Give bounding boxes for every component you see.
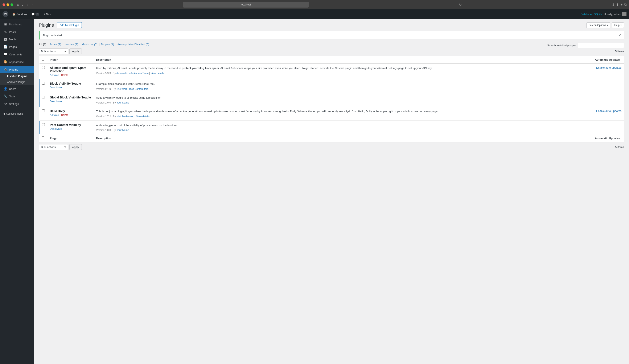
plugin-author-global-block-visibility-toggle[interactable]: Your Name [117,101,129,104]
sidebar-item-pages[interactable]: 📄 Pages [0,43,34,51]
refresh-button[interactable]: ↻ [458,2,463,7]
search-plugins-input[interactable] [578,43,624,48]
admin-bar-comments[interactable]: 💬 0 [29,13,41,16]
browser-chrome: ⊞ ⌄ ‹ › localhost ↻ ⬇ ⬆ + ⧉ [0,0,629,9]
appearance-icon: 🎨 [3,60,7,64]
back-button[interactable]: ‹ [26,2,29,7]
wp-logo[interactable]: W [2,11,8,17]
plugin-author-akismet[interactable]: Automattic - Anti-spam Team [117,72,149,75]
url-text: localhost [241,3,251,6]
filter-all[interactable]: All (5) [39,43,46,46]
filter-active[interactable]: Active (3) [50,43,61,46]
notice-close-button[interactable]: ✕ [618,33,621,37]
sidebar-item-users[interactable]: 👤 Users [0,85,34,92]
plugin-checkbox-hello-dolly[interactable] [42,109,45,112]
plugin-checkbox-post-content-visibility[interactable] [42,123,45,126]
plugin-author-hello-dolly[interactable]: Matt Mullenweg [117,115,134,118]
plugin-action-delete-hello-dolly[interactable]: Delete [61,114,69,116]
help-button[interactable]: Help ▾ [612,22,624,28]
filter-inactive[interactable]: Inactive (2) [65,43,78,46]
plugin-desc-akismet: Used by millions, Akismet is quite possi… [96,66,579,70]
plugin-checkbox-block-visibility-toggle[interactable] [42,82,45,85]
plugin-autoupdate-cell: Enable auto-updates [582,64,624,79]
plugin-checkbox-global-block-visibility-toggle[interactable] [42,96,45,98]
plugin-activated-notice: Plugin activated. ✕ [39,31,624,39]
main-content: Plugins Add New Plugin Screen Options ▾ … [34,19,629,364]
admin-bar-new[interactable]: + New [41,13,53,16]
chevron-down-icon-help: ▾ [620,24,622,27]
sidebar-item-comments[interactable]: 💬 Comments [0,51,34,58]
sidebar-item-tools[interactable]: 🔧 Tools [0,92,34,100]
plugin-action-activate-akismet[interactable]: Activate [50,74,59,77]
sidebar-sub-installed-plugins[interactable]: Installed Plugins [0,73,34,79]
table-header-row: Plugin Description Automatic Updates [39,56,624,64]
admin-bar-site-name[interactable]: 🏠 Sandbox [10,13,29,16]
minimize-button[interactable] [6,3,9,6]
screen-options-button[interactable]: Screen Options ▾ [586,22,611,28]
sidebar-item-dashboard[interactable]: ⊞ Dashboard [0,21,34,28]
select-all-checkbox[interactable] [42,58,44,61]
forward-button[interactable]: › [31,2,33,7]
sidebar-sub-add-new-plugin[interactable]: Add New Plugin [0,79,34,85]
plugin-title-akismet: Akismet Anti-spam: Spam Protection [50,66,91,73]
sidebar: ⊞ Dashboard ✎ Posts 🖼 Media 📄 Pages 💬 Co… [0,19,34,364]
plugin-actions-akismet: Activate|Delete [50,74,91,77]
col-updates-header: Automatic Updates [582,56,624,64]
collapse-menu-button[interactable]: ◀ Collapse menu [0,110,34,117]
plugin-view-details-hello-dolly[interactable]: View details [136,115,150,118]
sidebar-item-posts[interactable]: ✎ Posts [0,28,34,36]
add-new-plugin-button[interactable]: Add New Plugin [57,22,82,28]
plugin-name-cell: Global Block Visibility Toggle Deactivat… [47,93,94,107]
plugin-meta-block-visibility-toggle: Version 0.1.0 | By The WordPress Contrib… [96,88,149,91]
col-description-header: Description [94,56,582,64]
plugin-action-deactivate-global-block-visibility-toggle[interactable]: Deactivate [50,100,62,103]
bulk-actions-select-top[interactable]: Bulk actions [39,48,68,54]
wp-admin-bar: W 🏠 Sandbox 💬 0 + New Database: SQLite H… [0,9,629,19]
bottom-toolbar: Bulk actions Apply 5 items [39,144,624,150]
tabs-icon: ⧉ [624,3,627,7]
table-row: Global Block Visibility Toggle Deactivat… [39,93,624,107]
filter-bar: All (5) | Active (3) | Inactive (2) | Mu… [39,43,624,46]
filter-drop-in[interactable]: Drop-in (1) [101,43,114,46]
fullscreen-button[interactable] [10,3,13,6]
footer-checkbox-col [39,134,47,142]
address-bar[interactable]: localhost [183,2,309,7]
plugin-action-activate-hello-dolly[interactable]: Activate [50,114,59,116]
traffic-lights [2,3,13,6]
bulk-actions-select-bottom[interactable]: Bulk actions [39,144,68,150]
plugin-author-block-visibility-toggle[interactable]: The WordPress Contributors [117,88,149,91]
filter-auto-updates-disabled[interactable]: Auto-updates Disabled (5) [117,43,149,46]
apply-button-bottom[interactable]: Apply [69,144,82,150]
plugin-action-deactivate-block-visibility-toggle[interactable]: Deactivate [50,86,62,89]
plugin-checkbox-akismet[interactable] [42,66,45,69]
sidebar-item-settings[interactable]: ⚙ Settings [0,100,34,108]
plugins-icon: 🔌 [3,68,7,71]
col-checkbox-header [39,56,47,64]
plugin-title-hello-dolly: Hello Dolly [50,109,91,113]
sidebar-item-appearance[interactable]: 🎨 Appearance [0,58,34,66]
plugin-view-details-akismet[interactable]: View details [151,72,164,75]
search-label: Search installed plugins [547,44,576,47]
enable-auto-update-hello-dolly[interactable]: Enable auto-updates [596,109,622,112]
settings-icon: ⚙ [3,102,7,106]
sidebar-item-plugins[interactable]: 🔌 Plugins [0,66,34,73]
toolbar-left: Bulk actions Apply [39,48,82,54]
plugin-autoupdate-cell [582,93,624,107]
table-row: Post Content Visibility DeactivateAdds a… [39,120,624,134]
plugin-action-delete-akismet[interactable]: Delete [61,74,69,77]
sidebar-item-media[interactable]: 🖼 Media [0,36,34,43]
header-right: Screen Options ▾ Help ▾ [586,22,624,28]
select-all-checkbox-bottom[interactable] [42,136,44,139]
plugin-author-post-content-visibility[interactable]: Your Name [117,129,129,132]
page-header: Plugins Add New Plugin Screen Options ▾ … [39,22,624,28]
footer-updates-col: Automatic Updates [582,134,624,142]
plugin-name-cell: Post Content Visibility Deactivate [47,120,94,134]
apply-button-top[interactable]: Apply [69,48,82,54]
col-plugin-header: Plugin [47,56,94,64]
notice-text: Plugin activated. [42,34,62,37]
plugin-action-deactivate-post-content-visibility[interactable]: Deactivate [50,127,62,130]
enable-auto-update-akismet[interactable]: Enable auto-updates [596,66,622,69]
filter-must-use[interactable]: Must-Use (7) [82,43,98,46]
admin-bar-user[interactable]: Howdy, admin [604,12,627,16]
close-button[interactable] [2,3,5,6]
